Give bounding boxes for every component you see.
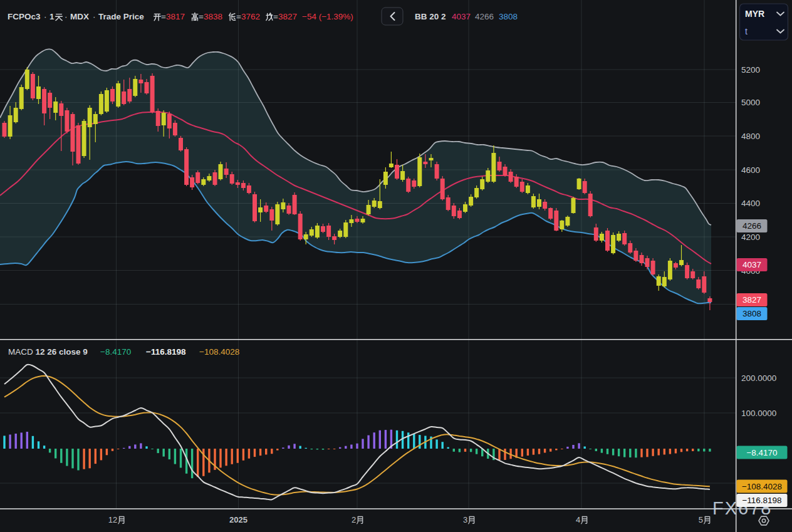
svg-text:4: 4 — [576, 515, 580, 524]
svg-text:4037: 4037 — [452, 12, 471, 21]
svg-text:·: · — [65, 12, 68, 21]
svg-text:4200: 4200 — [741, 232, 760, 242]
svg-text:=: = — [273, 12, 278, 21]
svg-text:−108.4028: −108.4028 — [742, 482, 782, 491]
svg-text:5000: 5000 — [741, 98, 760, 107]
svg-text:2025: 2025 — [229, 515, 248, 524]
svg-text:BB 20 2: BB 20 2 — [415, 12, 446, 21]
svg-text:12: 12 — [108, 515, 117, 524]
svg-text:4800: 4800 — [741, 132, 760, 141]
svg-text:3827: 3827 — [278, 12, 297, 21]
svg-text:5: 5 — [699, 515, 703, 524]
svg-text:−116.8198: −116.8198 — [742, 496, 781, 505]
svg-text:3827: 3827 — [742, 295, 761, 305]
svg-text:4266: 4266 — [475, 12, 494, 21]
svg-text:3817: 3817 — [166, 12, 185, 21]
svg-text:MYR: MYR — [745, 9, 764, 19]
svg-text:3: 3 — [463, 515, 467, 524]
svg-text:200.0000: 200.0000 — [741, 373, 776, 383]
svg-text:−54 (−1.39%): −54 (−1.39%) — [302, 12, 353, 21]
svg-text:4266: 4266 — [742, 221, 761, 231]
svg-text:5200: 5200 — [741, 65, 760, 75]
svg-text:−108.4028: −108.4028 — [199, 347, 239, 357]
svg-text:4600: 4600 — [741, 165, 760, 175]
svg-text:100.0000: 100.0000 — [741, 409, 776, 418]
svg-text:MDX: MDX — [70, 12, 89, 21]
svg-text:MACD 12 26 close 9: MACD 12 26 close 9 — [8, 347, 88, 357]
svg-text:3808: 3808 — [742, 309, 761, 318]
svg-text:3838: 3838 — [204, 12, 222, 21]
svg-text:=: = — [236, 12, 241, 21]
svg-text:−116.8198: −116.8198 — [146, 347, 186, 357]
svg-text:·: · — [44, 12, 47, 21]
svg-text:4037: 4037 — [742, 260, 761, 269]
svg-text:FCPOc3: FCPOc3 — [8, 12, 41, 21]
svg-text:·: · — [93, 12, 96, 21]
svg-text:=: = — [199, 12, 204, 21]
svg-text:3762: 3762 — [241, 12, 260, 21]
svg-text:3808: 3808 — [499, 12, 518, 21]
svg-text:t: t — [745, 26, 748, 36]
svg-text:−8.4170: −8.4170 — [746, 448, 777, 457]
svg-text:=: = — [161, 12, 166, 21]
svg-text:−8.4170: −8.4170 — [100, 347, 131, 357]
svg-text:4400: 4400 — [741, 199, 760, 208]
svg-text:2: 2 — [352, 515, 356, 524]
svg-text:1: 1 — [50, 12, 55, 21]
svg-text:Trade Price: Trade Price — [98, 12, 144, 21]
